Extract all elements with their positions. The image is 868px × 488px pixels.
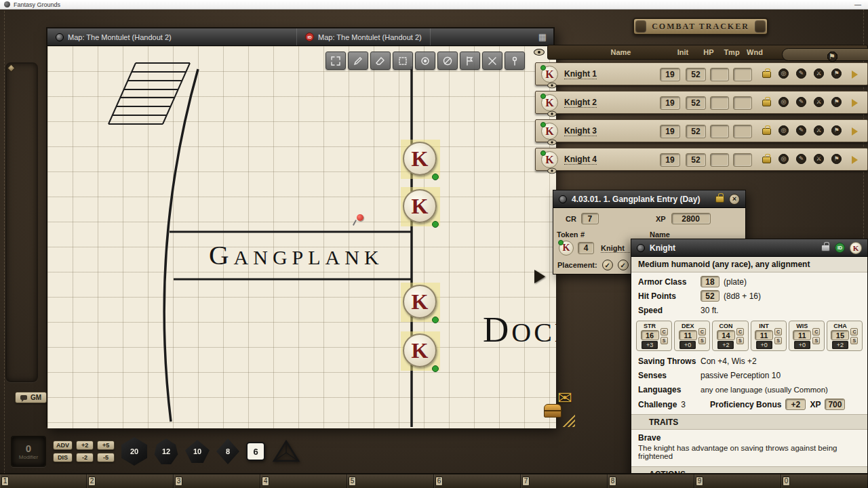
- map-canvas[interactable]: Gangplank Dock K K K K: [47, 46, 556, 428]
- flag-icon[interactable]: ⚑: [831, 125, 842, 136]
- swords-icon[interactable]: ⚔: [814, 97, 824, 107]
- init-field[interactable]: 19: [660, 96, 680, 110]
- wis-mod[interactable]: +0: [794, 341, 810, 349]
- die-d6[interactable]: 6: [246, 442, 265, 461]
- hotkey-slot-6[interactable]: 6: [434, 474, 521, 488]
- window-radial-icon[interactable]: [637, 244, 645, 252]
- lock-icon[interactable]: [762, 157, 771, 163]
- envelope-icon[interactable]: ✉: [557, 389, 572, 407]
- str-mod[interactable]: +3: [642, 341, 658, 349]
- hotkey-slot-5[interactable]: 5: [347, 474, 434, 488]
- die-d10[interactable]: 10: [185, 440, 210, 463]
- flag-icon[interactable]: ⚑: [827, 52, 837, 62]
- close-icon[interactable]: ×: [729, 194, 740, 205]
- plus2-button[interactable]: +2: [76, 441, 94, 450]
- hotkey-slot-3[interactable]: 3: [174, 474, 260, 488]
- fit-view-button[interactable]: [326, 52, 346, 70]
- visibility-eye-icon[interactable]: [547, 140, 557, 146]
- ac-field[interactable]: 18: [701, 276, 719, 287]
- eraser-button[interactable]: [370, 52, 391, 70]
- minus2-button[interactable]: -2: [76, 453, 94, 462]
- mask-button[interactable]: [437, 52, 458, 70]
- id-badge-icon[interactable]: ID: [835, 243, 845, 253]
- panel-toggle-arrow-icon[interactable]: [534, 270, 545, 283]
- hp-field[interactable]: 52: [686, 68, 706, 81]
- token-icon[interactable]: K: [541, 66, 558, 83]
- wis-score-field[interactable]: 11: [793, 330, 811, 340]
- flag-icon[interactable]: ⚑: [831, 68, 842, 79]
- advance-turn-icon[interactable]: [852, 127, 858, 136]
- npc-count-field[interactable]: 4: [578, 242, 594, 254]
- int-mod[interactable]: +0: [756, 341, 772, 349]
- pencil-icon[interactable]: ✎: [796, 97, 806, 107]
- encounter-titlebar[interactable]: 4.03.01. 1. Gangplank Entry (Day) ×: [553, 190, 745, 208]
- hotkey-slot-2[interactable]: 2: [87, 474, 174, 488]
- check-roll-button[interactable]: C: [850, 328, 858, 336]
- target-icon[interactable]: ◎: [778, 125, 789, 136]
- tmp-field[interactable]: [710, 96, 729, 110]
- placement-check-icon[interactable]: ✓: [602, 260, 613, 270]
- swords-icon[interactable]: ⚔: [814, 154, 824, 164]
- swords-icon[interactable]: ⚔: [814, 68, 824, 79]
- plus5-button[interactable]: +5: [97, 441, 115, 450]
- adv-button[interactable]: ADV: [53, 441, 73, 450]
- die-d4[interactable]: [272, 439, 300, 464]
- tracker-row-knight-2[interactable]: K Knight 2 19 52 ◎ ✎ ⚔ ⚑: [535, 91, 868, 114]
- map-pin-icon[interactable]: [357, 214, 363, 221]
- wnd-field[interactable]: [733, 125, 752, 138]
- hotkey-slot-8[interactable]: 8: [608, 474, 694, 488]
- visibility-eye-icon[interactable]: [547, 168, 557, 174]
- hotkey-slot-0[interactable]: 0: [781, 474, 868, 488]
- combatant-name[interactable]: Knight 3: [564, 126, 597, 136]
- dex-mod[interactable]: +0: [679, 341, 696, 349]
- swords-icon[interactable]: ⚔: [814, 125, 824, 136]
- combatant-name[interactable]: Knight 1: [564, 69, 597, 79]
- window-radial-icon[interactable]: [559, 195, 567, 203]
- advance-turn-icon[interactable]: [852, 70, 858, 79]
- lock-icon[interactable]: [762, 100, 771, 106]
- minimize-button[interactable]: —: [852, 1, 864, 8]
- save-roll-button[interactable]: S: [774, 337, 782, 344]
- lock-icon[interactable]: [762, 128, 771, 135]
- check-roll-button[interactable]: C: [736, 328, 744, 336]
- token-icon[interactable]: K: [541, 151, 558, 168]
- dex-score-field[interactable]: 11: [679, 330, 697, 340]
- cha-mod[interactable]: +2: [832, 341, 848, 349]
- gm-chat-button[interactable]: GM: [15, 392, 47, 403]
- pencil-icon[interactable]: ✎: [796, 154, 806, 164]
- wnd-field[interactable]: [733, 68, 752, 81]
- save-roll-button[interactable]: S: [850, 337, 858, 344]
- wnd-field[interactable]: [733, 153, 752, 167]
- hp-field[interactable]: 52: [686, 125, 706, 138]
- statblock-xp-field[interactable]: 700: [825, 399, 845, 410]
- hp-field[interactable]: 52: [686, 96, 706, 110]
- pencil-icon[interactable]: ✎: [796, 125, 806, 136]
- select-button[interactable]: [393, 52, 413, 70]
- modifier-box[interactable]: 0 Modifier: [11, 436, 46, 467]
- lock-icon[interactable]: [821, 245, 830, 251]
- check-roll-button[interactable]: C: [660, 328, 668, 336]
- combatant-name[interactable]: Knight 4: [564, 155, 597, 165]
- tmp-field[interactable]: [710, 68, 729, 81]
- str-score-field[interactable]: 16: [641, 330, 659, 340]
- hotkey-slot-1[interactable]: 1: [0, 474, 87, 488]
- sidebar-panel[interactable]: [5, 62, 38, 382]
- die-d8[interactable]: 8: [216, 439, 239, 464]
- cr-field[interactable]: 7: [581, 213, 599, 224]
- pencil-icon[interactable]: ✎: [796, 68, 806, 79]
- map-tab-2[interactable]: ID Map: The Montulet (Handout 2): [297, 28, 431, 45]
- save-roll-button[interactable]: S: [660, 337, 668, 344]
- statblock-titlebar[interactable]: Knight ID K: [631, 239, 867, 257]
- hotkey-slot-9[interactable]: 9: [694, 474, 781, 488]
- cha-score-field[interactable]: 15: [831, 330, 849, 340]
- map-token-knight-1[interactable]: K: [401, 140, 440, 179]
- target-icon[interactable]: ◎: [778, 68, 789, 79]
- target-button[interactable]: [415, 52, 435, 70]
- visibility-eye-icon[interactable]: [547, 111, 557, 117]
- os-titlebar[interactable]: Fantasy Grounds —: [0, 0, 868, 9]
- global-visibility-eye-icon[interactable]: [534, 49, 545, 56]
- flag-button[interactable]: [460, 52, 480, 70]
- check-roll-button[interactable]: C: [774, 328, 782, 336]
- tmp-field[interactable]: [710, 125, 729, 138]
- hp-field[interactable]: 52: [701, 290, 719, 302]
